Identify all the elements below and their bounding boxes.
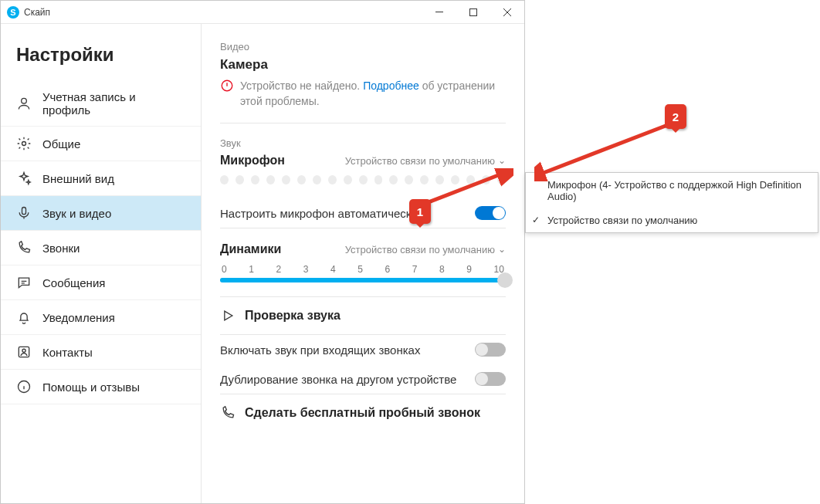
gear-icon: [16, 136, 32, 151]
slider-thumb[interactable]: [497, 272, 513, 288]
microphone-heading: Микрофон: [220, 154, 285, 167]
sidebar-item-label: Звонки: [42, 242, 80, 255]
slider-fill: [220, 278, 506, 282]
sidebar-item-label: Общие: [42, 137, 80, 151]
sidebar: Настройки Учетная запись и профиль Общие…: [1, 24, 202, 503]
microphone-row: Микрофон Устройство связи по умолчанию ⌄: [220, 154, 506, 167]
sidebar-item-label: Помощь и отзывы: [42, 381, 140, 394]
mic-icon: [16, 205, 32, 221]
user-icon: [16, 96, 32, 111]
svg-line-11: [537, 126, 666, 175]
check-icon: ✓: [532, 215, 540, 225]
skype-icon: S: [7, 6, 19, 19]
dropdown-option-label: Устройство связи по умолчанию: [547, 215, 697, 226]
slider-ticks: 012345678910: [220, 264, 506, 275]
info-icon: [16, 379, 32, 394]
maximize-button[interactable]: [456, 1, 490, 24]
app-window: S Скайп Настройки Учетная запись и профи…: [0, 0, 525, 504]
svg-rect-4: [22, 208, 26, 215]
phone-icon: [16, 240, 32, 255]
contacts-icon: [16, 344, 32, 360]
warning-icon: [220, 79, 234, 93]
close-button[interactable]: [490, 1, 524, 24]
volume-slider[interactable]: 012345678910: [220, 264, 506, 282]
sidebar-item-general[interactable]: Общие: [1, 127, 201, 161]
dropdown-option[interactable]: ✓ Устройство связи по умолчанию: [526, 208, 818, 232]
dropdown-option-label: Микрофон (4- Устройство с поддержкой Hig…: [547, 179, 801, 202]
divider: [220, 228, 506, 228]
mic-level-meter: [220, 175, 506, 184]
svg-rect-1: [470, 8, 477, 15]
sidebar-item-contacts[interactable]: Контакты: [1, 335, 201, 370]
speakers-row: Динамики Устройство связи по умолчанию ⌄: [220, 242, 506, 256]
free-test-call-button[interactable]: Сделать бесплатный пробный звонок: [220, 394, 506, 431]
test-audio-label: Проверка звука: [245, 309, 341, 323]
sidebar-item-account[interactable]: Учетная запись и профиль: [1, 81, 201, 127]
sidebar-item-audio-video[interactable]: Звук и видео: [1, 196, 201, 231]
speakers-heading: Динамики: [220, 242, 281, 256]
phone-icon: [220, 405, 235, 421]
sidebar-item-label: Уведомления: [42, 311, 115, 324]
speakers-device-select[interactable]: Устройство связи по умолчанию ⌄: [345, 244, 506, 255]
bell-icon: [16, 310, 32, 325]
sidebar-item-label: Звук и видео: [42, 207, 111, 220]
play-icon: [220, 308, 235, 323]
sidebar-item-label: Учетная запись и профиль: [42, 90, 185, 117]
sidebar-item-appearance[interactable]: Внешний вид: [1, 161, 201, 196]
camera-warning: Устройство не найдено. Подробнее об устр…: [220, 79, 506, 109]
ring-other-toggle[interactable]: [475, 372, 506, 386]
ring-other-row: Дублирование звонка на другом устройстве: [220, 364, 506, 394]
divider: [220, 123, 506, 123]
svg-point-6: [22, 349, 25, 352]
sparkle-icon: [16, 171, 32, 186]
dropdown-option[interactable]: Микрофон (4- Устройство с поддержкой Hig…: [526, 173, 818, 208]
window-body: Настройки Учетная запись и профиль Общие…: [1, 24, 524, 503]
unmute-incoming-label: Включать звук при входящих звонках: [220, 343, 420, 357]
svg-rect-0: [435, 12, 443, 12]
audio-section-label: Звук: [220, 137, 506, 149]
window-title: Скайп: [24, 7, 422, 18]
selected-speakers-device: Устройство связи по умолчанию: [345, 244, 495, 255]
svg-point-3: [22, 142, 26, 146]
ring-other-label: Дублирование звонка на другом устройстве: [220, 373, 456, 386]
content-pane: Видео Камера Устройство не найдено. Подр…: [202, 24, 524, 503]
selected-mic-device: Устройство связи по умолчанию: [345, 155, 495, 167]
sidebar-item-label: Сообщения: [42, 276, 105, 289]
chevron-down-icon: ⌄: [498, 155, 506, 166]
auto-adjust-toggle[interactable]: [475, 206, 506, 220]
chat-icon: [16, 275, 32, 290]
minimize-button[interactable]: [422, 1, 456, 24]
warning-text: Устройство не найдено. Подробнее об устр…: [240, 79, 506, 109]
auto-adjust-label: Настроить микрофон автоматически: [220, 207, 418, 220]
sidebar-item-label: Контакты: [42, 346, 93, 359]
annotation-callout-2: 2: [665, 104, 686, 129]
svg-point-2: [22, 98, 27, 103]
unmute-incoming-toggle[interactable]: [475, 343, 506, 357]
unmute-incoming-row: Включать звук при входящих звонках: [220, 334, 506, 364]
sidebar-item-notifications[interactable]: Уведомления: [1, 300, 201, 335]
camera-heading: Камера: [220, 57, 506, 73]
sidebar-item-calls[interactable]: Звонки: [1, 231, 201, 266]
sidebar-item-help[interactable]: Помощь и отзывы: [1, 370, 201, 404]
free-test-call-label: Сделать бесплатный пробный звонок: [245, 406, 480, 420]
svg-marker-9: [225, 311, 232, 320]
test-audio-button[interactable]: Проверка звука: [220, 296, 506, 334]
sidebar-item-label: Внешний вид: [42, 172, 114, 185]
chevron-down-icon: ⌄: [498, 244, 506, 255]
slider-track: [220, 278, 506, 282]
auto-adjust-row: Настроить микрофон автоматически: [220, 198, 506, 228]
learn-more-link[interactable]: Подробнее: [363, 79, 419, 92]
microphone-device-select[interactable]: Устройство связи по умолчанию ⌄: [345, 155, 506, 167]
video-section-label: Видео: [220, 41, 506, 52]
titlebar: S Скайп: [1, 1, 524, 24]
annotation-callout-1: 1: [409, 199, 431, 224]
settings-title: Настройки: [1, 44, 201, 81]
sidebar-item-messages[interactable]: Сообщения: [1, 266, 201, 300]
microphone-dropdown-popup: Микрофон (4- Устройство с поддержкой Hig…: [525, 172, 818, 233]
